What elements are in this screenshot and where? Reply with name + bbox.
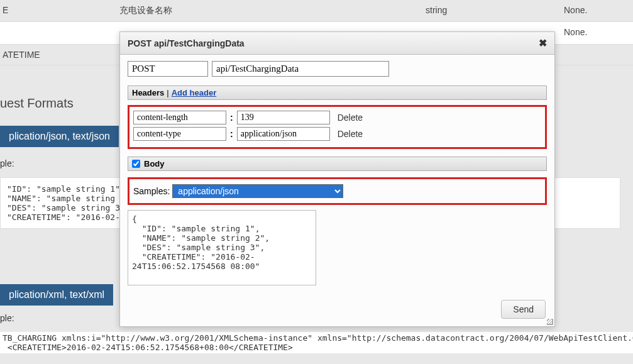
body-checkbox[interactable] bbox=[132, 160, 140, 168]
cell: None. bbox=[564, 5, 633, 16]
close-icon[interactable]: ✖ bbox=[539, 37, 547, 49]
colon: : bbox=[230, 129, 233, 139]
header-row: : Delete bbox=[133, 111, 541, 124]
cell: string bbox=[426, 5, 564, 16]
colon: : bbox=[230, 113, 233, 123]
samples-label: Samples: bbox=[133, 186, 170, 196]
api-test-dialog: POST api/TestChargingData ✖ Headers | Ad… bbox=[119, 31, 555, 327]
sample-label: ple: bbox=[0, 313, 14, 323]
http-method-input[interactable] bbox=[128, 61, 208, 77]
headers-section-bar: Headers | Add header bbox=[128, 85, 547, 100]
request-formats-heading: uest Formats bbox=[0, 96, 74, 111]
sample-label: ple: bbox=[0, 158, 14, 168]
body-label: Body bbox=[144, 159, 165, 168]
headers-label: Headers bbox=[132, 88, 164, 97]
header-row: : Delete bbox=[133, 127, 541, 141]
xml-sample-code: TB_CHARGING xmlns:i="http://www.w3.org/2… bbox=[0, 332, 633, 353]
cell: ATETIME bbox=[0, 50, 119, 60]
add-header-link[interactable]: Add header bbox=[172, 88, 217, 97]
dialog-title: POST api/TestChargingData bbox=[128, 38, 245, 48]
body-textarea-wrap bbox=[128, 210, 547, 287]
cell: E bbox=[0, 5, 119, 16]
header-value-input[interactable] bbox=[237, 127, 330, 141]
body-section-bar: Body bbox=[128, 157, 547, 171]
tab-xml[interactable]: plication/xml, text/xml bbox=[0, 284, 113, 306]
samples-highlight-box: Samples: application/json bbox=[128, 177, 547, 205]
pipe-sep: | bbox=[167, 88, 168, 97]
header-name-input[interactable] bbox=[133, 111, 226, 124]
table-row: E 充电设备名称 string None. bbox=[0, 0, 633, 22]
header-value-input[interactable] bbox=[237, 111, 330, 124]
send-button[interactable]: Send bbox=[501, 300, 546, 319]
delete-header-link[interactable]: Delete bbox=[338, 113, 363, 123]
dialog-titlebar[interactable]: POST api/TestChargingData ✖ bbox=[120, 32, 554, 55]
cell: None. bbox=[564, 27, 633, 39]
resize-grip-icon[interactable] bbox=[544, 316, 553, 325]
delete-header-link[interactable]: Delete bbox=[338, 129, 363, 139]
headers-highlight-box: : Delete : Delete bbox=[128, 105, 547, 149]
cell: 充电设备名称 bbox=[119, 5, 426, 16]
dialog-body: Headers | Add header : Delete : Delete B… bbox=[120, 55, 554, 294]
method-url-row bbox=[128, 61, 547, 77]
api-url-input[interactable] bbox=[212, 61, 389, 77]
header-name-input[interactable] bbox=[133, 127, 226, 141]
request-body-textarea[interactable] bbox=[128, 210, 316, 285]
samples-select[interactable]: application/json bbox=[172, 184, 343, 198]
tab-json[interactable]: plication/json, text/json bbox=[0, 126, 119, 147]
